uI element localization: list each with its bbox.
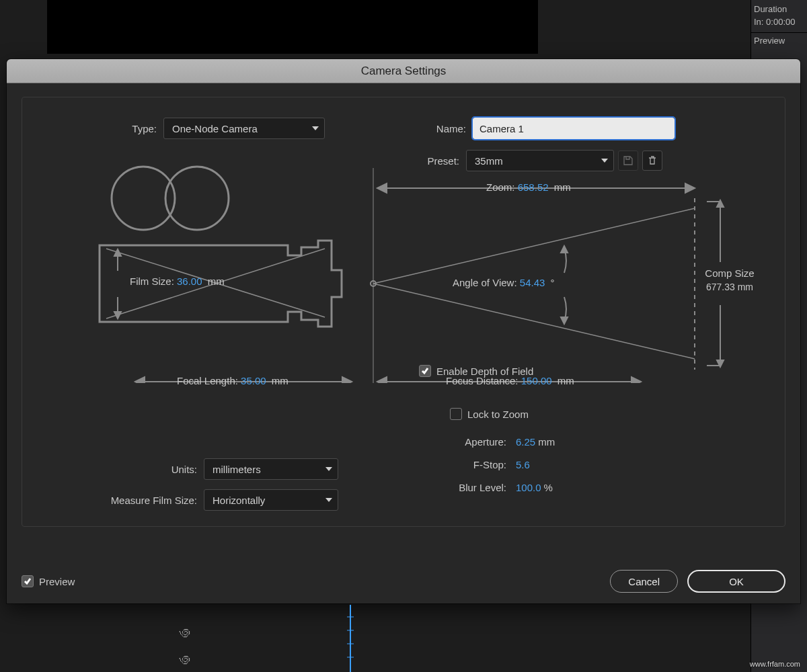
blur-level-row: Blur Level: 100.0 % <box>379 476 555 499</box>
chevron-down-icon <box>312 126 319 130</box>
camera-diagram: Film Size: 36.00 mm Zoom: 658.52 mm Angl… <box>63 161 755 383</box>
focal-length-row: Focal Length: 35.00 mm <box>177 375 289 386</box>
spiral-icon: ౷ <box>178 652 192 669</box>
preview-toggle-row: Preview <box>22 575 75 587</box>
comp-size-block: Comp Size 677.33 mm <box>703 267 757 292</box>
in-point: In: 0:00:00 <box>754 17 804 27</box>
units-label: Units: <box>69 464 197 475</box>
chevron-down-icon <box>325 467 332 471</box>
measure-select[interactable]: Horizontally <box>204 489 338 511</box>
lock-to-zoom-row: Lock to Zoom <box>450 408 529 420</box>
blur-value[interactable]: 100.0 <box>516 482 541 493</box>
settings-panel: Type: One-Node Camera Name: Camera 1 Pre… <box>22 97 785 527</box>
preview-checkbox[interactable] <box>22 575 34 587</box>
type-select[interactable]: One-Node Camera <box>163 118 325 139</box>
timeline-area: ౷ ౷ <box>0 605 807 672</box>
svg-line-6 <box>373 284 695 359</box>
ok-button[interactable]: OK <box>687 570 785 593</box>
zoom-row: Zoom: 658.52 mm <box>486 181 571 193</box>
lock-to-zoom-checkbox[interactable] <box>450 408 462 420</box>
aperture-value[interactable]: 6.25 <box>516 436 535 448</box>
units-select[interactable]: millimeters <box>204 458 338 480</box>
fstop-row: F-Stop: 5.6 <box>379 453 555 476</box>
measure-label: Measure Film Size: <box>69 495 197 506</box>
angle-row: Angle of View: 54.43 ° <box>453 277 555 288</box>
type-label: Type: <box>49 123 157 134</box>
film-size-value[interactable]: 36.00 <box>177 276 202 287</box>
dof-params: Aperture: 6.25 mm F-Stop: 5.6 Blur Level… <box>379 430 555 499</box>
duration-label: Duration <box>754 4 804 14</box>
focal-length-value[interactable]: 35.00 <box>241 375 266 386</box>
preview-section-label: Preview <box>754 36 804 46</box>
aperture-row: Aperture: 6.25 mm <box>379 430 555 453</box>
watermark: www.frfam.com <box>750 660 800 668</box>
svg-line-5 <box>373 208 695 284</box>
spiral-icon: ౷ <box>178 625 192 642</box>
chevron-down-icon <box>325 498 332 502</box>
enable-dof-row: Enable Depth of Field <box>419 365 533 377</box>
film-size-row: Film Size: 36.00 mm <box>130 276 225 287</box>
zoom-value[interactable]: 658.52 <box>518 181 549 193</box>
cancel-button[interactable]: Cancel <box>610 570 678 593</box>
enable-dof-checkbox[interactable] <box>419 365 431 377</box>
camera-settings-dialog: Camera Settings Type: One-Node Camera Na… <box>7 59 800 603</box>
name-label: Name: <box>419 123 466 134</box>
angle-value[interactable]: 54.43 <box>520 277 545 288</box>
dialog-title: Camera Settings <box>7 59 800 83</box>
name-input[interactable]: Camera 1 <box>473 118 675 139</box>
preview-viewport <box>47 0 538 54</box>
fstop-value[interactable]: 5.6 <box>516 459 530 470</box>
